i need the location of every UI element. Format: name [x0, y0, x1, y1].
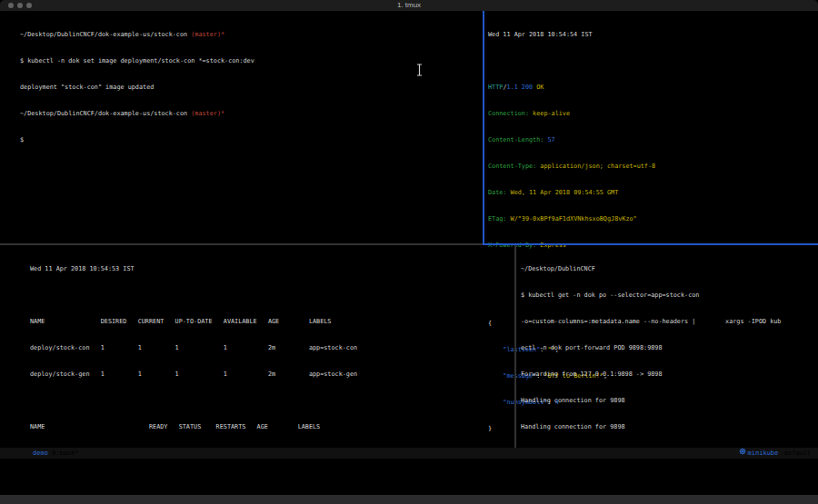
header-value: application/json; charset=utf-8: [536, 163, 655, 170]
status-right: minikube:default: [739, 448, 811, 459]
header-key: Content-Length:: [488, 136, 544, 143]
command-line: -o=custom-columns=:metadata.name --no-he…: [521, 318, 818, 327]
window-item[interactable]: 0:bash*: [52, 450, 79, 457]
prompt-char: $: [20, 136, 483, 145]
command-line: $ kubectl -n dok set image deployment/st…: [20, 57, 483, 66]
header-key: Date:: [488, 189, 506, 196]
pane-top-right-http[interactable]: Wed 11 Apr 2018 10:54:54 IST HTTP/1.1 20…: [484, 11, 818, 243]
http-header-line: ETag: W/"39-0xBPf9aF1dXVNkhsxoBQgJ8vKzo": [488, 215, 818, 224]
header-key: Connection:: [488, 110, 529, 117]
window-bottom-edge: [0, 495, 818, 504]
status-left: demo 0:bash*: [33, 448, 79, 459]
git-branch: (master)*: [191, 110, 224, 117]
pods-table-header: NAME READY STATUS RESTARTS AGE LABELS: [30, 423, 514, 432]
pane-bottom-left-kubectl[interactable]: Wed 11 Apr 2018 10:54:53 IST NAME DESIRE…: [0, 245, 514, 448]
header-key: ETag:: [488, 215, 506, 222]
http-status-line: HTTP/1.1 200 OK: [488, 84, 818, 93]
http-reason: OK: [533, 84, 544, 91]
prompt-path: ~/Desktop/DublinCNCF: [521, 265, 818, 274]
window-title: 1. tmux: [0, 0, 818, 11]
header-value: Wed, 11 Apr 2018 09:54:55 GMT: [506, 189, 618, 196]
header-key: Content-Type:: [488, 163, 536, 170]
mouse-cursor-ibeam: [415, 63, 424, 80]
kube-namespace: :default: [780, 448, 811, 459]
command-line: $ kubectl get -n dok po --selector=app=s…: [521, 292, 818, 301]
command-output: Handling connection for 9898: [521, 397, 818, 406]
http-version-code: 1.1 200: [506, 84, 533, 91]
window-bottom-fill: [0, 459, 818, 495]
http-protocol: HTTP: [488, 84, 503, 91]
deployments-table-row: deploy/stock-gen 1 1 1 1 2m app=stock-ge…: [30, 371, 514, 380]
tmux-status-bar: demo 0:bash* minikube:default: [0, 448, 818, 459]
session-name: demo: [33, 450, 48, 457]
prompt-path: ~/Desktop/DublinCNCF/dok-example-us/stoc…: [20, 110, 191, 117]
http-header-line: Date: Wed, 11 Apr 2018 09:54:55 GMT: [488, 189, 818, 198]
header-value: keep-alive: [529, 110, 570, 117]
http-header-line: Content-Type: application/json; charset=…: [488, 163, 818, 172]
deployments-table-row: deploy/stock-con 1 1 1 1 2m app=stock-co…: [30, 344, 514, 353]
timestamp: Wed 11 Apr 2018 10:54:53 IST: [30, 265, 514, 274]
helm-icon: [739, 448, 746, 459]
command-output: Forwarding from 127.0.0.1:9898 -> 9898: [521, 371, 818, 380]
prompt-line: ~/Desktop/DublinCNCF/dok-example-us/stoc…: [20, 31, 483, 40]
header-value: W/"39-0xBPf9aF1dXVNkhsxoBQgJ8vKzo": [506, 215, 636, 222]
pane-border-active-vertical[interactable]: [483, 11, 484, 243]
deployments-table-header: NAME DESIRED CURRENT UP-TO-DATE AVAILABL…: [30, 318, 514, 327]
command-line: ectl -n dok port-forward POD 9898:9898: [521, 344, 818, 353]
header-value: 57: [544, 136, 554, 143]
http-header-line: Content-Length: 57: [488, 136, 818, 145]
command-output: deployment "stock-con" image updated: [20, 84, 483, 93]
git-branch: (master)*: [191, 31, 224, 38]
prompt-line: ~/Desktop/DublinCNCF/dok-example-us/stoc…: [20, 110, 483, 119]
pane-bottom-right-portforward[interactable]: ~/Desktop/DublinCNCF $ kubectl get -n do…: [516, 245, 818, 448]
pane-top-left-shell[interactable]: ~/Desktop/DublinCNCF/dok-example-us/stoc…: [0, 11, 483, 243]
timestamp: Wed 11 Apr 2018 10:54:54 IST: [488, 31, 818, 40]
titlebar[interactable]: 1. tmux: [0, 0, 818, 11]
command-output: Handling connection for 9898: [521, 423, 818, 432]
kube-context: minikube: [748, 448, 779, 459]
http-header-line: Connection: keep-alive: [488, 110, 818, 119]
prompt-path: ~/Desktop/DublinCNCF/dok-example-us/stoc…: [20, 31, 191, 38]
